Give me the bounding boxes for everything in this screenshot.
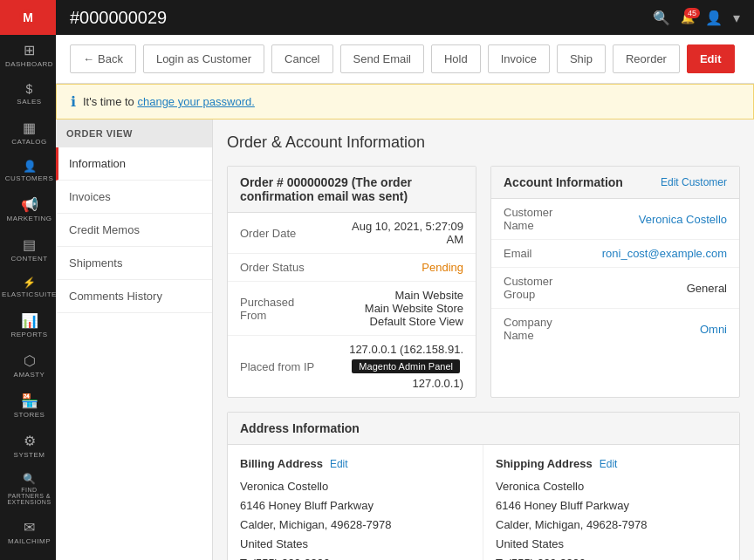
sidebar-item-label: CATALOG xyxy=(11,138,47,146)
address-section-title: Address Information xyxy=(228,413,739,445)
sidebar-item-label: DASHBOARD xyxy=(5,60,53,68)
chevron-down-icon[interactable]: ▾ xyxy=(733,10,740,26)
sidebar-item-customers[interactable]: 👤 CUSTOMERS xyxy=(0,153,56,189)
table-row: Company Name Omni xyxy=(491,309,739,350)
order-info-title-text: Order # 000000029 (The order confirmatio… xyxy=(240,175,463,203)
table-row: Placed from IP 127.0.0.1 (162.158.91. Ma… xyxy=(228,336,476,398)
partners-icon: 🔍 xyxy=(23,473,36,485)
change-password-link[interactable]: change your password. xyxy=(137,95,254,108)
sidebar-logo: M xyxy=(0,0,56,35)
invoice-button[interactable]: Invoice xyxy=(488,44,550,73)
order-status-label: Order Status xyxy=(228,254,327,282)
company-name-label: Company Name xyxy=(491,309,590,350)
order-nav-title: ORDER VIEW xyxy=(56,120,212,147)
dashboard-icon: ⊞ xyxy=(24,42,35,58)
hold-button[interactable]: Hold xyxy=(431,44,481,73)
user-icon[interactable]: 👤 xyxy=(705,10,723,26)
shipping-address-edit-link[interactable]: Edit xyxy=(600,458,618,470)
order-date-label: Order Date xyxy=(228,213,327,254)
topbar-actions: 🔍 🔔 45 👤 ▾ xyxy=(653,10,740,26)
status-badge: Pending xyxy=(422,261,463,274)
sidebar-item-label: SYSTEM xyxy=(14,451,45,459)
sidebar-item-stores[interactable]: 🏪 STORES xyxy=(0,386,56,426)
sidebar-item-mailchimp[interactable]: ✉ MAILCHIMP xyxy=(0,512,56,552)
cancel-button[interactable]: Cancel xyxy=(271,44,332,73)
placed-from-ip-label: Placed from IP xyxy=(228,336,327,398)
sidebar-item-dashboard[interactable]: ⊞ DASHBOARD xyxy=(0,35,56,75)
ip-address-partial: 127.0.0.1 (162.158.91. xyxy=(349,343,463,356)
sales-icon: $ xyxy=(26,82,33,96)
order-info-table: Order Date Aug 10, 2021, 5:27:09 AM Orde… xyxy=(228,213,476,397)
customer-group-label: Customer Group xyxy=(491,268,590,309)
sidebar-item-elasticsuite[interactable]: ⚡ ELASTICSUITE xyxy=(0,270,56,305)
sidebar-item-catalog[interactable]: ▦ CATALOG xyxy=(0,113,56,153)
sidebar-item-label: ELASTICSUITE xyxy=(2,290,56,298)
customer-name-value: Veronica Costello xyxy=(590,199,739,240)
order-info-card: Order # 000000029 (The order confirmatio… xyxy=(227,166,476,398)
edit-customer-link[interactable]: Edit Customer xyxy=(661,176,727,188)
shipping-address-block: Shipping Address Edit Veronica Costello … xyxy=(483,445,739,560)
notification-count: 45 xyxy=(684,8,700,18)
content-area: ORDER VIEW Information Invoices Credit M… xyxy=(56,120,754,560)
back-button[interactable]: ← Back xyxy=(70,44,136,73)
section-title: Order & Account Information xyxy=(227,133,740,152)
sidebar-item-sales[interactable]: $ SALES xyxy=(0,75,56,113)
edit-button[interactable]: Edit xyxy=(687,44,735,73)
billing-address-edit-link[interactable]: Edit xyxy=(330,458,348,470)
marketing-icon: 📢 xyxy=(21,196,38,213)
back-arrow-icon: ← xyxy=(83,52,94,65)
sidebar-item-marketing[interactable]: 📢 MARKETING xyxy=(0,189,56,229)
ship-button[interactable]: Ship xyxy=(557,44,606,73)
nav-item-invoices[interactable]: Invoices xyxy=(56,181,212,214)
info-grid: Order # 000000029 (The order confirmatio… xyxy=(227,166,740,398)
ip-tooltip: Magento Admin Panel xyxy=(352,359,460,373)
nav-item-comments-history[interactable]: Comments History xyxy=(56,280,212,313)
customers-icon: 👤 xyxy=(23,160,37,173)
sidebar-item-amasty[interactable]: ⬡ AMASTY xyxy=(0,345,56,386)
info-icon: ℹ xyxy=(71,93,76,110)
amasty-icon: ⬡ xyxy=(24,352,36,369)
billing-address-label: Billing Address xyxy=(240,457,323,470)
order-date-value: Aug 10, 2021, 5:27:09 AM xyxy=(327,213,476,254)
sidebar-item-system[interactable]: ⚙ SYSTEM xyxy=(0,426,56,466)
sidebar-item-label: AMASTY xyxy=(14,371,45,379)
sidebar-item-reports[interactable]: 📊 REPORTS xyxy=(0,305,56,345)
order-info-card-title: Order # 000000029 (The order confirmatio… xyxy=(228,167,476,213)
stores-icon: 🏪 xyxy=(21,393,38,409)
sidebar-item-label: FIND PARTNERS & EXTENSIONS xyxy=(6,487,52,505)
email-label: Email xyxy=(491,240,590,268)
purchased-from-label: Purchased From xyxy=(228,282,327,336)
notification-bell[interactable]: 🔔 45 xyxy=(681,11,695,24)
customer-name-link[interactable]: Veronica Costello xyxy=(639,213,727,226)
send-email-button[interactable]: Send Email xyxy=(340,44,424,73)
elasticsuite-icon: ⚡ xyxy=(23,277,36,289)
nav-item-information[interactable]: Information xyxy=(56,147,212,181)
sidebar-item-find-partners[interactable]: 🔍 FIND PARTNERS & EXTENSIONS xyxy=(0,466,56,512)
address-grid: Billing Address Edit Veronica Costello 6… xyxy=(228,445,739,560)
reorder-button[interactable]: Reorder xyxy=(613,44,680,73)
catalog-icon: ▦ xyxy=(23,120,36,136)
reports-icon: 📊 xyxy=(21,312,38,329)
sidebar-item-content[interactable]: ▤ CONTENT xyxy=(0,229,56,270)
order-nav: ORDER VIEW Information Invoices Credit M… xyxy=(56,120,213,560)
search-icon[interactable]: 🔍 xyxy=(653,10,670,26)
address-section: Address Information Billing Address Edit… xyxy=(227,412,740,560)
system-icon: ⚙ xyxy=(24,433,36,449)
sidebar-item-label: MAILCHIMP xyxy=(8,537,51,545)
customer-group-value: General xyxy=(590,268,739,309)
shipping-address-text: Veronica Costello 6146 Honey Bluff Parkw… xyxy=(496,477,727,560)
company-name-link[interactable]: Omni xyxy=(700,323,727,336)
sidebar-item-label: REPORTS xyxy=(10,331,47,338)
topbar: #000000029 🔍 🔔 45 👤 ▾ xyxy=(56,0,754,35)
table-row: Order Status Pending xyxy=(228,254,476,282)
login-as-customer-button[interactable]: Login as Customer xyxy=(143,44,264,73)
nav-item-credit-memos[interactable]: Credit Memos xyxy=(56,214,212,247)
table-row: Email roni_cost@example.com xyxy=(491,240,739,268)
email-link[interactable]: roni_cost@example.com xyxy=(602,247,727,260)
nav-item-shipments[interactable]: Shipments xyxy=(56,247,212,280)
sidebar-item-label: MARKETING xyxy=(6,215,51,222)
back-label: Back xyxy=(98,52,123,65)
customer-name-label: Customer Name xyxy=(491,199,590,240)
company-name-value: Omni xyxy=(590,309,739,350)
sidebar-item-label: CUSTOMERS xyxy=(5,174,53,182)
